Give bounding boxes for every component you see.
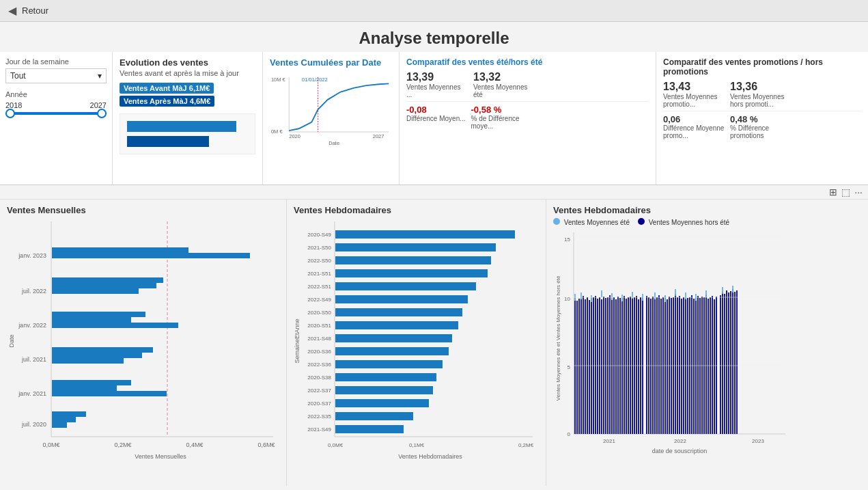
svg-rect-154 [701, 297, 703, 434]
svg-rect-35 [52, 323, 178, 328]
svg-text:2021: 2021 [603, 438, 615, 444]
svg-rect-133 [658, 295, 660, 434]
svg-rect-149 [691, 295, 692, 434]
year-range-values: 2018 2027 [5, 101, 107, 109]
svg-rect-98 [585, 299, 586, 434]
svg-rect-160 [714, 299, 715, 434]
svg-text:2022-S51: 2022-S51 [307, 284, 331, 290]
svg-rect-28 [52, 411, 86, 417]
svg-rect-41 [52, 253, 250, 258]
svg-text:2021-S48: 2021-S48 [307, 336, 331, 342]
slider-thumb-right[interactable] [97, 109, 107, 118]
svg-rect-38 [52, 288, 139, 294]
svg-text:0: 0 [568, 431, 571, 437]
promo-diff2: 0,48 % % Différence promotions [730, 114, 792, 139]
svg-rect-31 [52, 380, 131, 385]
filter-icon[interactable]: ⊞ [829, 187, 837, 198]
svg-rect-126 [642, 297, 643, 434]
svg-text:2027: 2027 [373, 133, 384, 139]
svg-text:0,6M€: 0,6M€ [257, 441, 275, 448]
svg-rect-167 [730, 291, 731, 434]
comparatif-promo-panel: Comparatif des ventes promotions / hors … [656, 52, 868, 185]
svg-rect-124 [638, 299, 639, 434]
bar2-label: Ventes Après MàJ 4,6M€ [120, 96, 214, 107]
ventes-mensuelles-chart: juil. 2020 janv. 2021 juil. 2021 janv. 2… [7, 218, 280, 464]
svg-text:2022-S37: 2022-S37 [307, 387, 331, 394]
svg-text:2020-S51: 2020-S51 [307, 323, 331, 329]
chevron-down-icon: ▾ [98, 71, 102, 81]
svg-text:0,2M€: 0,2M€ [114, 441, 131, 448]
year-slider[interactable] [5, 112, 107, 115]
svg-text:janv. 2022: janv. 2022 [18, 322, 46, 329]
slider-thumb-left[interactable] [5, 109, 15, 118]
svg-rect-71 [335, 360, 443, 368]
more-options-icon[interactable]: ··· [854, 187, 863, 198]
expand-icon[interactable]: ⬚ [841, 187, 850, 198]
evolution-bar2: Ventes Après MàJ 4,6M€ [120, 96, 255, 107]
year-max: 2027 [90, 101, 107, 109]
svg-rect-161 [716, 297, 717, 434]
svg-rect-176 [621, 295, 623, 301]
svg-rect-115 [619, 298, 621, 434]
svg-rect-146 [685, 297, 686, 434]
svg-rect-136 [664, 296, 666, 434]
legend-dot-ete [553, 218, 560, 225]
svg-rect-123 [636, 296, 637, 434]
day-filter-label: Jour de la semaine [5, 57, 107, 66]
svg-rect-173 [591, 295, 592, 302]
svg-text:2022-S35: 2022-S35 [307, 413, 331, 420]
bottom-row: Ventes Mensuelles juil. 2020 janv. 2021 … [0, 200, 868, 486]
svg-rect-180 [664, 295, 666, 302]
svg-text:2021-S51: 2021-S51 [307, 271, 331, 277]
svg-rect-34 [52, 347, 153, 353]
metric-val2: 13,32 Ventes Moyennes été [473, 71, 535, 98]
svg-rect-138 [669, 297, 670, 434]
svg-text:2022-S36: 2022-S36 [307, 362, 331, 368]
svg-rect-164 [724, 294, 725, 434]
svg-text:2020-S50: 2020-S50 [307, 310, 331, 316]
day-dropdown[interactable]: Tout ▾ [5, 68, 107, 83]
svg-text:Ventes Mensuelles: Ventes Mensuelles [135, 453, 186, 460]
svg-rect-177 [632, 292, 633, 299]
svg-rect-131 [654, 298, 656, 434]
svg-text:Ventes Hebdomadaires: Ventes Hebdomadaires [398, 453, 462, 460]
svg-text:juil. 2021: juil. 2021 [21, 356, 46, 363]
svg-rect-134 [660, 299, 662, 434]
svg-rect-65 [335, 282, 476, 290]
scatter-chart: 0 5 10 15 2021 2022 2023 date de souscri… [553, 229, 792, 461]
svg-rect-144 [681, 299, 682, 434]
svg-rect-137 [667, 299, 668, 434]
svg-text:0M €: 0M € [271, 128, 283, 135]
svg-rect-172 [580, 292, 582, 299]
svg-rect-169 [734, 292, 736, 434]
svg-rect-163 [722, 292, 723, 434]
svg-text:01/01/2022: 01/01/2022 [302, 77, 328, 83]
cumulated-chart: 10M € 0M € 2020 2027 01/01/2022 Date [270, 72, 392, 147]
back-button[interactable]: Retour [22, 5, 48, 16]
dashboard: Jour de la semaine Tout ▾ Année 2018 202… [0, 52, 868, 486]
svg-text:0,4M€: 0,4M€ [186, 441, 203, 448]
svg-rect-157 [708, 299, 709, 434]
svg-rect-74 [335, 399, 429, 407]
svg-rect-162 [720, 295, 721, 434]
page-title: Analyse temporelle [0, 22, 868, 52]
svg-text:2020: 2020 [289, 133, 300, 139]
svg-text:5: 5 [568, 364, 571, 370]
svg-rect-153 [699, 298, 701, 434]
svg-text:Ventes Moyennes été et Ventes : Ventes Moyennes été et Ventes Moyennes h… [555, 275, 561, 400]
svg-rect-68 [335, 321, 458, 329]
ventes-hebdo-panel: Ventes Hebdomadaires 2020-S49 2021-S50 2… [287, 200, 546, 486]
svg-rect-184 [705, 290, 707, 297]
promo-val2: 13,36 Ventes Moyennes hors promoti... [730, 81, 792, 108]
svg-text:2021-S50: 2021-S50 [307, 245, 331, 251]
svg-rect-117 [624, 296, 625, 434]
svg-rect-152 [697, 296, 699, 434]
hebdo-scatter-panel: Ventes Hebdomadaires Ventes Moyennes été… [546, 200, 868, 486]
svg-rect-143 [679, 296, 680, 434]
evolution-bar1: Ventes Avant MàJ 6,1M€ [120, 83, 255, 94]
svg-rect-159 [712, 296, 713, 434]
svg-rect-101 [591, 298, 592, 434]
scatter-legend: Ventes Moyennes été Ventes Moyennes hors… [553, 218, 861, 226]
svg-rect-103 [595, 296, 596, 434]
svg-rect-168 [732, 289, 733, 434]
